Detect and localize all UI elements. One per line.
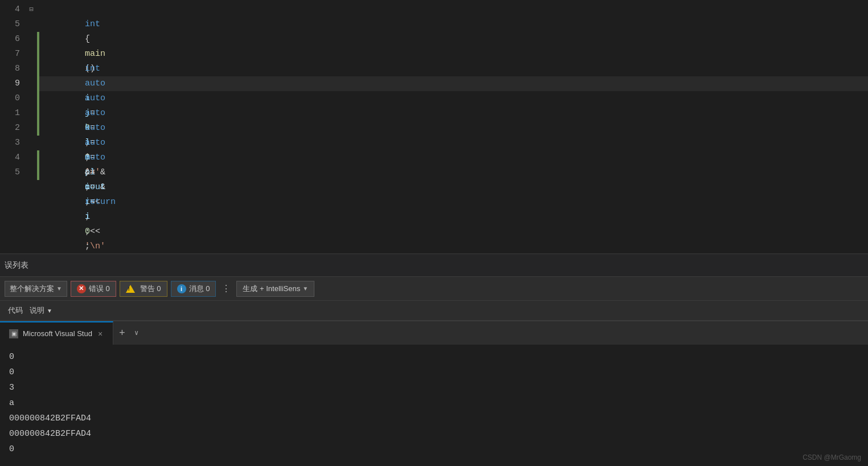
- code-line-9: auto l = 'a' ;: [39, 76, 868, 91]
- output-content: 0 0 3 a 000000842B2FFAD4 000000842B2FFAD…: [0, 345, 868, 466]
- tab-title-vs: Microsoft Visual Stud: [23, 329, 92, 338]
- collapse-icon-6: [26, 32, 37, 47]
- editor-area: 4 5 6 7 8 9 0 1 2 3 4 5 ⊟: [0, 0, 868, 254]
- build-dropdown-arrow: ▼: [302, 285, 308, 292]
- code-line-8: auto k = 3 ;: [39, 62, 868, 76]
- collapse-icon-4[interactable]: ⊟: [26, 2, 37, 17]
- code-line-7: auto j = i ;: [39, 47, 868, 62]
- tab-icon-vs: ▣: [9, 329, 18, 338]
- collapse-icon-8: [26, 62, 37, 76]
- warn-label: 警告 0: [140, 284, 161, 294]
- code-column-label: 代码: [8, 305, 23, 316]
- collapse-icon-5: [26, 17, 37, 32]
- output-line-4: a: [9, 395, 859, 411]
- columns-row: 代码 说明 ▼: [0, 300, 868, 321]
- desc-column-label: 说明: [30, 305, 44, 316]
- code-line-6: int i = 0 ;: [39, 32, 868, 47]
- line-num-13: 3: [0, 136, 20, 150]
- solution-dropdown-arrow: ▼: [56, 285, 62, 292]
- code-line-14: cout << i << '\n' << j << '\n' << k << '…: [39, 150, 868, 165]
- line-num-6: 6: [0, 32, 20, 47]
- build-label: 生成 + IntelliSens: [243, 284, 300, 294]
- error-button[interactable]: ✕ 错误 0: [71, 281, 116, 297]
- collapse-icon-10: [26, 91, 37, 106]
- line-num-11: 1: [0, 106, 20, 121]
- code-line-10: auto m = & i ;: [39, 91, 868, 106]
- collapse-icon-15: [26, 165, 37, 180]
- collapse-icon-12: [26, 121, 37, 136]
- output-panel: ▣ Microsoft Visual Stud × + ∨ 0 0 3 a 00…: [0, 321, 868, 466]
- code-line-5: {: [39, 17, 868, 32]
- collapse-icon-11: [26, 106, 37, 121]
- line-num-8: 8: [0, 62, 20, 76]
- code-line-11: auto * pl = & i ;: [39, 106, 868, 121]
- code-line-4: int main (): [39, 2, 868, 17]
- code-line-12: auto & n = i ;: [39, 121, 868, 136]
- error-panel-title-bar: 误列表: [0, 254, 868, 276]
- build-button[interactable]: 生成 + IntelliSens ▼: [236, 281, 314, 297]
- warn-icon: [126, 285, 135, 293]
- info-label: 消息 0: [189, 284, 210, 294]
- tab-close-vs[interactable]: ×: [97, 329, 104, 338]
- line-num-7: 7: [0, 47, 20, 62]
- output-line-1: 0: [9, 349, 859, 365]
- collapse-icon-9: [26, 76, 37, 91]
- line-num-10: 0: [0, 91, 20, 106]
- filter-icon[interactable]: ⋮: [219, 283, 233, 295]
- watermark: CSDN @MrGaomg: [803, 453, 861, 461]
- code-container: 4 5 6 7 8 9 0 1 2 3 4 5 ⊟: [0, 0, 868, 254]
- info-button[interactable]: i 消息 0: [171, 281, 216, 297]
- keyword-auto-l12: auto: [85, 153, 105, 162]
- code-lines[interactable]: int main () { int i = 0 ;: [39, 0, 868, 254]
- error-icon: ✕: [77, 284, 86, 293]
- desc-column-chevron: ▼: [47, 308, 52, 314]
- output-line-7: 0: [9, 442, 859, 457]
- solution-label: 整个解决方案: [10, 284, 54, 294]
- desc-column-button[interactable]: 说明 ▼: [26, 305, 56, 316]
- collapse-icon-13: [26, 136, 37, 150]
- line-num-12: 2: [0, 121, 20, 136]
- solution-dropdown[interactable]: 整个解决方案 ▼: [5, 281, 67, 297]
- line-num-14: 4: [0, 150, 20, 165]
- error-label: 错误 0: [89, 284, 110, 294]
- output-line-3: 3: [9, 380, 859, 395]
- output-tabs: ▣ Microsoft Visual Stud × + ∨: [0, 321, 868, 345]
- line-num-5: 5: [0, 17, 20, 32]
- tab-plus-button[interactable]: +: [113, 328, 131, 339]
- output-tab-vs[interactable]: ▣ Microsoft Visual Stud ×: [0, 321, 113, 345]
- line-num-4: 4: [0, 2, 20, 17]
- collapse-gutter: ⊟: [26, 0, 37, 254]
- code-line-15: return 0 ;: [39, 165, 868, 180]
- info-icon: i: [177, 284, 186, 293]
- toolbar-row: 整个解决方案 ▼ ✕ 错误 0 警告 0 i 消息 0 ⋮ 生成 + Intel…: [0, 276, 868, 300]
- tab-chevron-button[interactable]: ∨: [131, 329, 142, 337]
- num-0-ret: 0: [85, 227, 90, 236]
- code-column-button[interactable]: 代码: [5, 305, 26, 316]
- error-panel-title: 误列表: [5, 260, 28, 271]
- keyword-int: int: [85, 19, 100, 29]
- output-line-2: 0: [9, 365, 859, 380]
- line-numbers: 4 5 6 7 8 9 0 1 2 3 4 5: [0, 0, 26, 254]
- line-num-9: 9: [0, 76, 20, 91]
- collapse-icon-7: [26, 47, 37, 62]
- code-line-13: [39, 136, 868, 150]
- output-line-5: 000000842B2FFAD4: [9, 411, 859, 426]
- keyword-return: return: [85, 197, 116, 207]
- output-line-6: 000000842B2FFAD4: [9, 426, 859, 442]
- warn-button[interactable]: 警告 0: [120, 281, 167, 297]
- collapse-icon-14: [26, 150, 37, 165]
- line-num-15: 5: [0, 165, 20, 180]
